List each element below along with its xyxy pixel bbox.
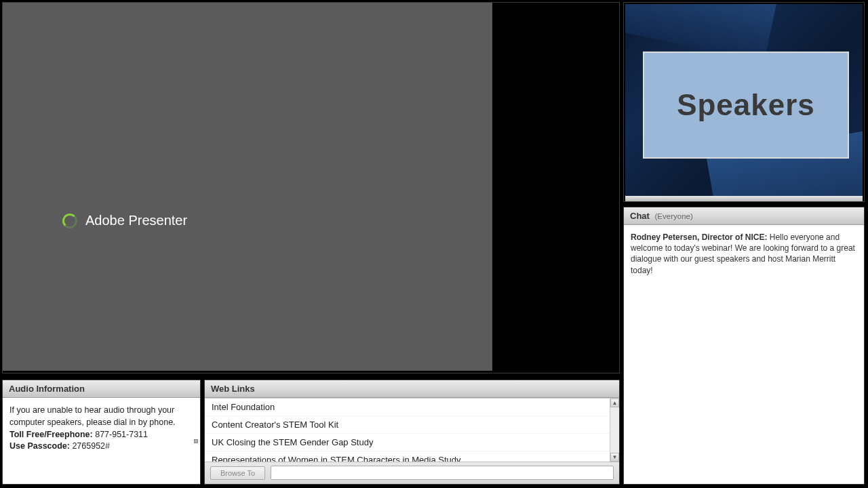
scroll-up-icon[interactable]: ▲ bbox=[610, 399, 619, 407]
chat-title: Chat bbox=[630, 211, 650, 221]
chat-sender: Rodney Petersen, Director of NICE: bbox=[631, 232, 767, 242]
list-item[interactable]: Representations of Women in STEM Charact… bbox=[205, 451, 619, 462]
slide-canvas: Adobe Presenter bbox=[3, 3, 492, 371]
scroll-down-icon[interactable]: ▼ bbox=[610, 453, 619, 462]
audio-intro: If you are unable to hear audio through … bbox=[9, 405, 176, 427]
presentation-pod: Adobe Presenter bbox=[2, 2, 620, 373]
links-title: Web Links bbox=[211, 384, 255, 394]
spinner-icon bbox=[62, 214, 77, 228]
audio-info-pod: Audio Information If you are unable to h… bbox=[2, 380, 201, 485]
links-list: Intel Foundation Content Creator's STEM … bbox=[205, 398, 619, 462]
audio-toll-value: 877-951-7311 bbox=[93, 430, 148, 439]
links-scrollbar[interactable]: ▲ ▼ bbox=[610, 399, 619, 462]
audio-title: Audio Information bbox=[9, 384, 85, 394]
audio-pass-value: 2765952# bbox=[70, 441, 110, 451]
chat-body[interactable]: Rodney Petersen, Director of NICE: Hello… bbox=[624, 225, 864, 484]
loading-indicator: Adobe Presenter bbox=[62, 213, 187, 228]
links-footer: Browse To bbox=[205, 462, 619, 484]
speakers-title-card: Speakers bbox=[643, 52, 849, 159]
chat-header: Chat (Everyone) bbox=[624, 207, 864, 225]
audio-body: If you are unable to hear audio through … bbox=[3, 398, 200, 484]
speakers-title: Speakers bbox=[677, 88, 815, 122]
chat-scope: (Everyone) bbox=[655, 212, 693, 220]
audio-pass-label: Use Passcode: bbox=[9, 441, 70, 451]
audio-toll-label: Toll Free/Freephone: bbox=[9, 430, 93, 439]
links-header: Web Links bbox=[205, 380, 619, 398]
list-item[interactable]: Content Creator's STEM Tool Kit bbox=[205, 416, 619, 434]
audio-scrollbar[interactable] bbox=[193, 398, 199, 484]
browse-to-button[interactable]: Browse To bbox=[210, 466, 265, 480]
list-item[interactable]: UK Closing the STEM Gender Gap Study bbox=[205, 434, 619, 451]
speakers-slide-bg: Speakers bbox=[625, 4, 863, 196]
chat-pod: Chat (Everyone) Rodney Petersen, Directo… bbox=[623, 207, 865, 485]
list-item[interactable]: Intel Foundation bbox=[205, 399, 619, 416]
loading-text: Adobe Presenter bbox=[85, 213, 187, 228]
speakers-playbar[interactable] bbox=[625, 196, 863, 201]
url-input[interactable] bbox=[271, 466, 614, 480]
speakers-pod: Speakers bbox=[623, 2, 865, 202]
web-links-pod: Web Links Intel Foundation Content Creat… bbox=[204, 380, 620, 485]
audio-header: Audio Information bbox=[3, 380, 200, 398]
chat-message: Rodney Petersen, Director of NICE: Hello… bbox=[631, 232, 857, 276]
